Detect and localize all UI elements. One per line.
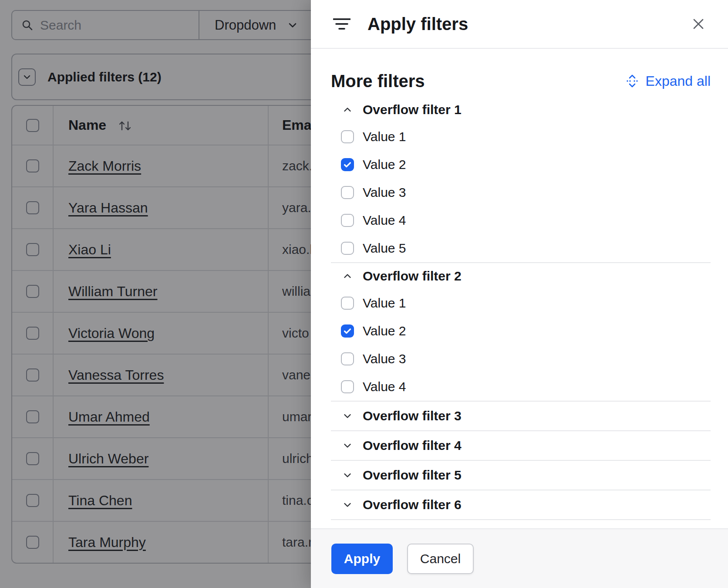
check-icon: [343, 326, 352, 336]
expand-all-icon: [625, 73, 639, 89]
drawer-title: Apply filters: [367, 14, 468, 34]
drawer-body: More filters Expand all Overflow fi: [311, 49, 728, 528]
checkbox[interactable]: [341, 130, 354, 143]
filter-sections: Overflow filter 1 Value 1 Value 2 Value …: [331, 97, 711, 520]
filter-option: Value 2: [331, 317, 711, 345]
filter-option: Value 2: [331, 151, 711, 179]
checkbox[interactable]: [341, 380, 354, 393]
checkbox[interactable]: [341, 297, 354, 310]
filter-option: Value 5: [331, 234, 711, 262]
cancel-button[interactable]: Cancel: [407, 544, 474, 574]
drawer-footer: Apply Cancel: [311, 528, 728, 588]
chevron-down-icon: [343, 500, 352, 510]
filter-section-label: Overflow filter 2: [363, 269, 462, 284]
more-filters-heading: More filters: [331, 71, 425, 91]
filter-section-toggle[interactable]: Overflow filter 5: [331, 461, 711, 490]
checkbox[interactable]: [341, 242, 354, 255]
filter-option: Value 1: [331, 289, 711, 317]
chevron-down-icon: [343, 411, 352, 421]
filter-section-toggle[interactable]: Overflow filter 2: [331, 263, 711, 289]
filter-option-label: Value 4: [363, 379, 406, 394]
close-icon: [693, 18, 704, 30]
filter-option: Value 4: [331, 373, 711, 401]
checkbox[interactable]: [341, 186, 354, 199]
checkbox[interactable]: [341, 158, 354, 171]
checkbox[interactable]: [341, 214, 354, 227]
filter-section-label: Overflow filter 4: [363, 438, 462, 453]
filter-section-toggle[interactable]: Overflow filter 4: [331, 431, 711, 460]
filter-option-label: Value 1: [363, 296, 406, 311]
filter-section-toggle[interactable]: Overflow filter 1: [331, 97, 711, 123]
filter-option: Value 3: [331, 345, 711, 373]
apply-button[interactable]: Apply: [331, 544, 393, 574]
filter-icon: [333, 18, 351, 30]
filter-option-label: Value 5: [363, 241, 406, 256]
filter-option: Value 1: [331, 123, 711, 151]
chevron-up-icon: [343, 271, 352, 281]
filter-section-label: Overflow filter 6: [363, 497, 462, 512]
expand-all-link[interactable]: Expand all: [625, 73, 711, 89]
drawer-header: Apply filters: [311, 0, 728, 49]
chevron-up-icon: [343, 105, 352, 115]
apply-filters-drawer: Apply filters More filters: [311, 0, 728, 588]
close-button[interactable]: [689, 14, 708, 34]
filter-option-label: Value 3: [363, 185, 406, 200]
checkbox[interactable]: [341, 352, 354, 365]
filter-option-label: Value 3: [363, 351, 406, 366]
filter-section-toggle[interactable]: Overflow filter 3: [331, 402, 711, 430]
chevron-down-icon: [343, 470, 352, 480]
check-icon: [343, 160, 352, 169]
filter-option-label: Value 2: [363, 324, 406, 338]
filter-option: Value 3: [331, 179, 711, 206]
expand-all-label: Expand all: [646, 73, 711, 89]
filter-option-label: Value 2: [363, 157, 406, 172]
chevron-down-icon: [343, 441, 352, 450]
page: Search Dropdown Applied filters (12): [0, 0, 728, 588]
filter-option-label: Value 4: [363, 213, 406, 228]
filter-section-label: Overflow filter 1: [363, 102, 462, 117]
filter-section-label: Overflow filter 3: [363, 409, 462, 423]
filter-option-label: Value 1: [363, 129, 406, 144]
divider: [331, 519, 711, 520]
filter-section-toggle[interactable]: Overflow filter 6: [331, 490, 711, 519]
filter-option: Value 4: [331, 206, 711, 234]
checkbox[interactable]: [341, 324, 354, 338]
filter-section-label: Overflow filter 5: [363, 468, 462, 483]
